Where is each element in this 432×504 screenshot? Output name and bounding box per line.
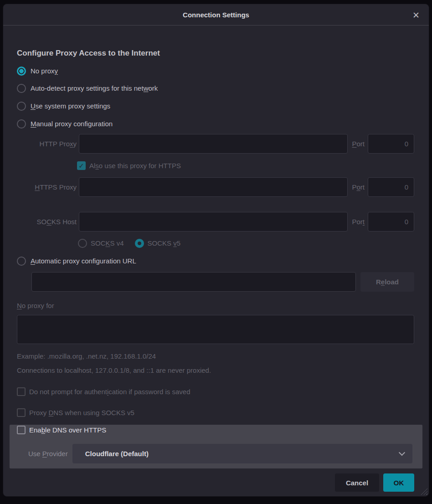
socks-v4-radio[interactable] <box>78 239 87 248</box>
radio-row-manual-proxy[interactable]: Manual proxy configuration <box>17 119 414 129</box>
also-https-checkbox[interactable]: ✓ <box>77 161 86 170</box>
https-port-label: Port <box>352 183 365 191</box>
provider-dropdown-value: Cloudflare (Default) <box>85 450 400 458</box>
no-proxy-for-textarea[interactable] <box>17 315 414 344</box>
also-https-label: Also use this proxy for HTTPS <box>89 162 181 170</box>
auto-url-radio[interactable] <box>17 257 26 266</box>
close-button[interactable]: ✕ <box>410 9 422 21</box>
no-prompt-auth-checkbox[interactable] <box>17 387 26 396</box>
radio-row-system-proxy[interactable]: Use system proxy settings <box>17 101 414 111</box>
dns-over-https-section: Enable DNS over HTTPS Use Provider Cloud… <box>10 425 422 468</box>
enable-doh-label: Enable DNS over HTTPS <box>29 426 106 434</box>
provider-dropdown[interactable]: Cloudflare (Default) <box>72 444 412 463</box>
socks-v5-radio[interactable] <box>135 239 144 248</box>
enable-doh-checkbox[interactable] <box>17 426 26 434</box>
no-proxy-radio[interactable] <box>17 67 26 76</box>
enable-doh-row[interactable]: Enable DNS over HTTPS <box>17 425 415 435</box>
radio-row-no-proxy[interactable]: No proxy <box>17 66 414 76</box>
http-proxy-row: HTTP Proxy Port <box>17 134 414 154</box>
connection-settings-dialog: Connection Settings ✕ Configure Proxy Ac… <box>3 4 429 497</box>
dialog-title: Connection Settings <box>183 11 249 19</box>
dialog-content: Configure Proxy Access to the Internet N… <box>3 26 429 496</box>
checkmark-icon: ✓ <box>78 162 84 169</box>
provider-row: Use Provider Cloudflare (Default) <box>17 444 415 463</box>
ok-button[interactable]: OK <box>383 473 414 492</box>
socks-host-input[interactable] <box>79 212 348 231</box>
no-prompt-auth-row[interactable]: Do not prompt for authentication if pass… <box>17 387 414 396</box>
no-prompt-auth-label: Do not prompt for authentication if pass… <box>29 388 190 396</box>
auto-detect-label: Auto-detect proxy settings for this netw… <box>31 84 158 92</box>
https-proxy-label: HTTPS Proxy <box>17 183 77 191</box>
http-port-label: Port <box>352 140 365 148</box>
socks-port-label: Port <box>352 218 365 226</box>
no-proxy-for-label: No proxy for <box>17 301 414 310</box>
socks-v4-label: SOCKS v4 <box>91 239 124 247</box>
socks-port-input[interactable] <box>368 212 414 231</box>
socks-host-row: SOCKS Host Port <box>17 212 414 231</box>
http-port-input[interactable] <box>368 134 414 154</box>
also-https-row[interactable]: ✓ Also use this proxy for HTTPS <box>77 161 414 170</box>
no-proxy-label: No proxy <box>31 67 58 75</box>
cancel-button[interactable]: Cancel <box>335 473 379 492</box>
auto-url-input-row: Reload <box>31 272 414 292</box>
use-provider-label: Use Provider <box>28 450 68 458</box>
proxy-dns-checkbox[interactable] <box>17 408 26 417</box>
system-proxy-label: Use system proxy settings <box>31 102 110 110</box>
reload-button[interactable]: Reload <box>360 272 414 292</box>
dialog-titlebar: Connection Settings ✕ <box>3 4 429 26</box>
dialog-footer: Cancel OK <box>17 473 414 492</box>
localhost-note-text: Connections to localhost, 127.0.0.1/8, a… <box>17 366 414 374</box>
proxy-dns-label: Proxy DNS when using SOCKS v5 <box>29 409 134 417</box>
no-proxy-example-text: Example: .mozilla.org, .net.nz, 192.168.… <box>17 352 414 360</box>
socks-host-label: SOCKS Host <box>17 218 77 226</box>
auto-detect-radio[interactable] <box>17 84 26 93</box>
auto-url-input[interactable] <box>31 272 356 292</box>
close-icon: ✕ <box>412 10 420 20</box>
section-heading: Configure Proxy Access to the Internet <box>17 49 414 58</box>
socks-v5-label: SOCKS v5 <box>148 239 181 247</box>
manual-proxy-label: Manual proxy configuration <box>31 120 113 128</box>
manual-proxy-radio[interactable] <box>17 119 26 129</box>
system-proxy-radio[interactable] <box>17 102 26 111</box>
http-proxy-label: HTTP Proxy <box>17 140 77 148</box>
socks-version-row: SOCKS v4 SOCKS v5 <box>78 238 414 248</box>
auto-url-label: Automatic proxy configuration URL <box>31 257 136 265</box>
https-proxy-input[interactable] <box>79 177 348 197</box>
proxy-dns-row[interactable]: Proxy DNS when using SOCKS v5 <box>17 408 414 417</box>
chevron-down-icon <box>399 449 405 456</box>
radio-row-auto-url[interactable]: Automatic proxy configuration URL <box>17 256 414 266</box>
https-port-input[interactable] <box>368 177 414 197</box>
http-proxy-input[interactable] <box>79 134 348 154</box>
https-proxy-row: HTTPS Proxy Port <box>17 177 414 197</box>
radio-row-auto-detect[interactable]: Auto-detect proxy settings for this netw… <box>17 83 414 93</box>
